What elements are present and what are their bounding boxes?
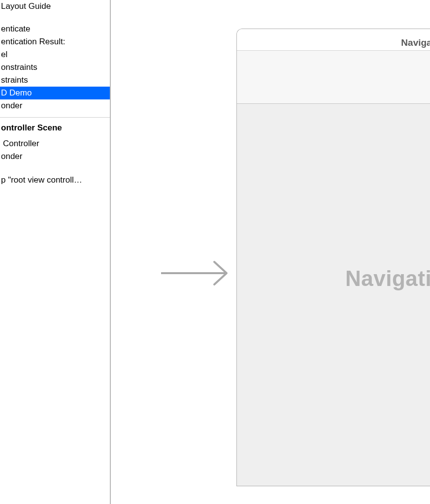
outline-item-controller[interactable]: Controller <box>0 137 110 150</box>
scene-title: Naviga <box>248 37 430 48</box>
segue-arrow-icon <box>161 256 237 290</box>
outline-item-relationship[interactable]: p "root view controll… <box>0 174 110 187</box>
outline-separator <box>0 117 110 118</box>
navigation-bar[interactable] <box>237 51 430 104</box>
navigation-controller-placeholder: Navigatio <box>345 266 430 291</box>
outline-scene-heading[interactable]: ontroller Scene <box>0 122 110 134</box>
outline-item-constraints-2[interactable]: straints <box>0 74 110 87</box>
outline-item-constraints-1[interactable]: onstraints <box>0 61 110 74</box>
navigation-controller-body: Navigatio <box>237 104 430 486</box>
outline-item-authenticate[interactable]: enticate <box>0 23 110 35</box>
scene-title-bar: Naviga <box>237 29 430 51</box>
outline-item-authentication-result[interactable]: entication Result: <box>0 35 110 48</box>
outline-spacer <box>0 163 110 174</box>
outline-item-demo[interactable]: D Demo <box>0 87 110 99</box>
storyboard-canvas[interactable]: Naviga Navigatio <box>112 0 430 504</box>
outline-item-first-responder-1[interactable]: onder <box>0 99 110 112</box>
outline-spacer <box>0 13 110 23</box>
navigation-controller-scene[interactable]: Naviga Navigatio <box>236 29 430 486</box>
outline-item-layout-guide[interactable]: Layout Guide <box>0 0 110 13</box>
outline-item-label[interactable]: el <box>0 48 110 61</box>
document-outline: Layout Guide enticate entication Result:… <box>0 0 111 504</box>
outline-item-first-responder-2[interactable]: onder <box>0 150 110 163</box>
